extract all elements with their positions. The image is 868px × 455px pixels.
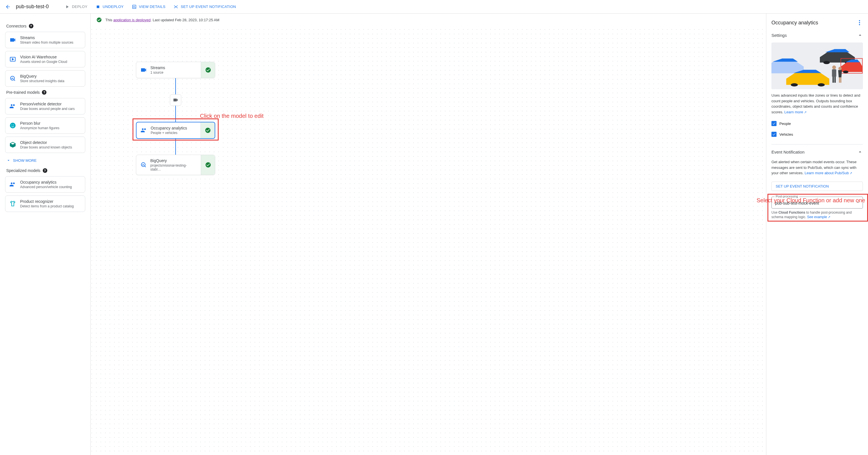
checkbox-people[interactable]: People bbox=[771, 121, 863, 126]
svg-point-24 bbox=[823, 61, 830, 64]
status-ok-icon bbox=[201, 155, 215, 175]
panel-title: Occupancy analytics bbox=[771, 20, 818, 26]
people-icon bbox=[9, 103, 16, 110]
svg-point-27 bbox=[843, 70, 848, 73]
setup-event-notification-button[interactable]: SET UP EVENT NOTIFICATION bbox=[170, 2, 239, 12]
checkbox-icon bbox=[771, 121, 777, 126]
right-panel: Occupancy analytics Settings bbox=[766, 13, 868, 455]
back-button[interactable] bbox=[2, 1, 13, 12]
status-ok-icon bbox=[201, 62, 215, 78]
face-icon bbox=[9, 122, 16, 129]
bigquery-icon bbox=[9, 75, 16, 82]
view-details-button[interactable]: VIEW DETAILS bbox=[128, 2, 169, 12]
learn-more-link[interactable]: Learn more bbox=[784, 110, 807, 114]
annotation-text-cloud-function: Select your Cloud Function or add new on… bbox=[756, 197, 865, 204]
page-title: pub-sub-test-0 bbox=[16, 4, 49, 10]
videocam-icon bbox=[9, 36, 16, 43]
illustration-image bbox=[771, 42, 863, 89]
svg-rect-33 bbox=[834, 77, 836, 83]
see-example-link[interactable]: See example bbox=[807, 215, 830, 219]
video-junction-icon bbox=[170, 94, 181, 106]
learn-pubsub-link[interactable]: Learn more about Pub/Sub bbox=[805, 171, 852, 175]
helper-text: Use Cloud Functions to handle post-proce… bbox=[771, 210, 863, 220]
graph-canvas[interactable]: This application is deployed. Last updat… bbox=[91, 13, 766, 455]
settings-section-toggle[interactable]: Settings bbox=[771, 31, 863, 39]
checkbox-icon bbox=[771, 132, 777, 137]
status-bar: This application is deployed. Last updat… bbox=[91, 13, 766, 26]
play-box-icon bbox=[9, 56, 16, 63]
undeploy-button[interactable]: UNDEPLOY bbox=[92, 2, 127, 12]
panel-description: Uses advanced inputs like zones or lines… bbox=[771, 93, 863, 115]
svg-point-13 bbox=[11, 125, 12, 125]
deploy-button: DEPLOY bbox=[61, 2, 91, 12]
help-icon[interactable]: ? bbox=[42, 90, 46, 95]
svg-point-12 bbox=[10, 123, 16, 128]
sidebar: Connectors ? StreamsStream video from mu… bbox=[0, 13, 91, 455]
shirt-icon bbox=[9, 200, 16, 207]
model-person-vehicle-detector[interactable]: Person/vehicle detectorDraw boxes around… bbox=[5, 98, 85, 115]
svg-rect-35 bbox=[839, 77, 840, 83]
status-ok-icon bbox=[200, 122, 215, 138]
svg-rect-0 bbox=[97, 5, 99, 8]
svg-point-29 bbox=[817, 83, 825, 86]
model-occupancy-analytics[interactable]: Occupancy analyticsAdvanced person/vehic… bbox=[5, 176, 85, 193]
model-person-blur[interactable]: Person blurAnonymize human figures bbox=[5, 117, 85, 134]
svg-rect-31 bbox=[832, 69, 836, 77]
svg-point-30 bbox=[832, 65, 836, 69]
bigquery-icon bbox=[140, 161, 147, 168]
connector-warehouse[interactable]: Vision AI WarehouseAssets stored on Goog… bbox=[5, 51, 85, 67]
cube-icon bbox=[9, 141, 16, 148]
svg-point-28 bbox=[791, 83, 798, 86]
chevron-up-icon bbox=[857, 32, 863, 38]
node-bigquery[interactable]: BigQueryprojects/visionai-testing-stabl… bbox=[136, 155, 215, 175]
svg-point-14 bbox=[13, 125, 14, 125]
svg-rect-36 bbox=[840, 77, 841, 83]
deployed-link[interactable]: application is deployed bbox=[113, 18, 151, 22]
people-icon bbox=[9, 181, 16, 188]
section-specialized: Specialized models ? bbox=[6, 168, 85, 173]
node-occupancy-analytics[interactable]: Occupancy analyticsPeople + vehicles bbox=[136, 122, 215, 139]
help-icon[interactable]: ? bbox=[29, 24, 33, 28]
annotation-text-model: Click on the model to edit bbox=[200, 113, 264, 119]
node-streams[interactable]: Streams1 source bbox=[136, 62, 215, 78]
event-description: Get alerted when certain model events oc… bbox=[771, 159, 863, 176]
videocam-icon bbox=[140, 67, 147, 73]
checkbox-vehicles[interactable]: Vehicles bbox=[771, 132, 863, 137]
setup-event-notification-panel-button[interactable]: SET UP EVENT NOTIFICATION bbox=[771, 182, 863, 191]
chevron-up-icon bbox=[857, 149, 863, 155]
show-more-button[interactable]: SHOW MORE bbox=[5, 156, 85, 165]
model-product-recognizer[interactable]: Product recognizerDetect items from a pr… bbox=[5, 195, 85, 212]
section-pretrained: Pre-trained models ? bbox=[6, 90, 85, 95]
connector-streams[interactable]: StreamsStream video from multiple source… bbox=[5, 32, 85, 48]
section-connectors: Connectors ? bbox=[6, 24, 85, 28]
people-icon bbox=[141, 127, 147, 134]
help-icon[interactable]: ? bbox=[43, 168, 47, 173]
event-notification-section-toggle[interactable]: Event Notification bbox=[771, 148, 863, 156]
svg-point-34 bbox=[839, 67, 842, 70]
more-options-button[interactable] bbox=[856, 19, 863, 26]
connector-bigquery[interactable]: BigQueryStore structured insights data bbox=[5, 70, 85, 87]
svg-rect-32 bbox=[833, 77, 834, 83]
model-object-detector[interactable]: Object detectorDraw boxes around known o… bbox=[5, 136, 85, 153]
